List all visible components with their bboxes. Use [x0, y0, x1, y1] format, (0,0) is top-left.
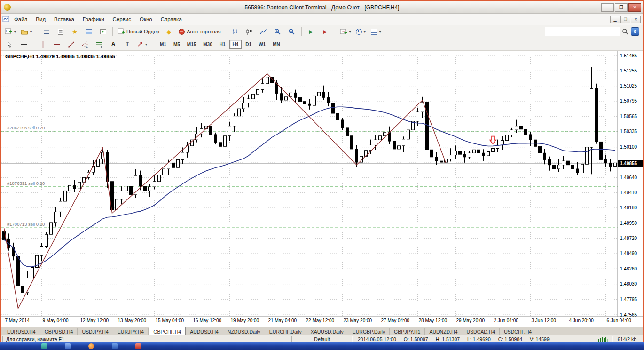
chart-tab-GBPJPY,H1[interactable]: GBPJPY,H1: [390, 328, 425, 335]
status-bar-time: 2014.06.05 12:00: [358, 336, 396, 342]
chart-tab-GBPUSD,H4[interactable]: GBPUSD,H4: [40, 328, 78, 335]
timeframe-button-D1[interactable]: D1: [242, 40, 255, 49]
new-chart-button[interactable]: ▾: [3, 26, 18, 37]
chart-tab-EURUSD,H4[interactable]: EURUSD,H4: [3, 328, 40, 335]
menu-item-Вставка[interactable]: Вставка: [50, 15, 79, 24]
bar-chart-mode-button[interactable]: [229, 26, 242, 37]
zoom-in-icon: [274, 28, 281, 35]
timeframe-button-M1[interactable]: M1: [157, 40, 170, 49]
svg-text:16 May 12:00: 16 May 12:00: [193, 318, 222, 323]
zoom-in-button[interactable]: [271, 26, 284, 37]
strategy-tester-button[interactable]: [96, 26, 110, 37]
vertical-line-tool-button[interactable]: [36, 39, 49, 50]
mdi-close-button[interactable]: ✕: [631, 16, 641, 23]
new-order-button[interactable]: Новый Ордер: [116, 26, 161, 37]
chart-area[interactable]: 7 May 20149 May 04:0012 May 12:0013 May …: [1, 51, 643, 327]
zoom-out-icon: [288, 28, 295, 35]
vertical-line-icon: [40, 41, 46, 48]
metaeditor-button[interactable]: ◆: [162, 26, 175, 37]
autotrading-button[interactable]: Авто-торговля: [176, 26, 223, 37]
templates-button[interactable]: ▾: [369, 26, 383, 37]
equidistant-channel-icon: E: [82, 41, 89, 48]
terminal-icon: [86, 28, 93, 35]
community-icon[interactable]: S: [631, 27, 639, 36]
restore-button[interactable]: ❐: [615, 3, 628, 12]
chart-tab-EURGBP,Daily[interactable]: EURGBP,Daily: [348, 328, 390, 335]
mdi-restore-button[interactable]: ❐: [620, 16, 630, 23]
menu-item-Справка[interactable]: Справка: [157, 15, 186, 24]
chart-tab-XAUUSD,Daily[interactable]: XAUUSD,Daily: [306, 328, 348, 335]
mdi-minimize-button[interactable]: ▁: [610, 16, 620, 23]
svg-text:1.50100: 1.50100: [620, 144, 637, 150]
equidistant-channel-tool-button[interactable]: E: [79, 39, 92, 50]
toolbar-separator: [33, 40, 33, 48]
chart-tab-EURCHF,Daily[interactable]: EURCHF,Daily: [265, 328, 306, 335]
data-window-button[interactable]: [54, 26, 67, 37]
taskbar-app-icon[interactable]: [112, 343, 118, 349]
cursor-tool-button[interactable]: [3, 39, 16, 50]
status-close: C: 1.50984: [498, 336, 522, 342]
close-button[interactable]: ✕: [628, 3, 641, 12]
navigator-button[interactable]: ★: [68, 26, 81, 37]
minimize-button[interactable]: –: [601, 3, 614, 12]
sell-arrow-icon[interactable]: [490, 136, 496, 144]
menu-item-Файл[interactable]: Файл: [10, 15, 31, 24]
menu-item-Окно[interactable]: Окно: [135, 15, 157, 24]
zigzag-line[interactable]: [4, 74, 446, 309]
status-profile[interactable]: Default: [291, 336, 353, 342]
menu-item-Сервис[interactable]: Сервис: [109, 15, 135, 24]
terminal-button[interactable]: [82, 26, 95, 37]
toolbar-separator: [335, 27, 335, 36]
candlestick-mode-button[interactable]: [243, 26, 256, 37]
menu-bar: ФайлВидВставкаГрафикиСервисОкноСправка ▁…: [1, 14, 643, 25]
svg-text:3 Jun 12:00: 3 Jun 12:00: [532, 318, 557, 323]
chart-tab-EURJPY,H4[interactable]: EURJPY,H4: [113, 328, 149, 335]
dropdown-arrow-icon: ▾: [145, 42, 147, 47]
auto-scroll-button[interactable]: ▶: [305, 26, 318, 37]
candlestick-mode-icon: [246, 28, 253, 35]
crosshair-tool-button[interactable]: [17, 39, 30, 50]
timeframe-button-M5[interactable]: M5: [170, 40, 183, 49]
svg-text:1.49640: 1.49640: [620, 175, 637, 180]
taskbar-app-icon[interactable]: [88, 343, 94, 349]
menu-item-Графики[interactable]: Графики: [79, 15, 109, 24]
trendline-tool-button[interactable]: [64, 39, 78, 50]
arrows-tool-button[interactable]: ▾: [135, 39, 149, 50]
zoom-out-button[interactable]: [285, 26, 298, 37]
timeframe-button-W1[interactable]: W1: [255, 40, 269, 49]
line-chart-mode-button[interactable]: [257, 26, 270, 37]
search-input[interactable]: [545, 27, 620, 36]
taskbar-app-icon[interactable]: [41, 343, 47, 349]
market-watch-button[interactable]: [40, 26, 53, 37]
chart-tab-NZDUSD,Daily[interactable]: NZDUSD,Daily: [223, 328, 265, 335]
chart-shift-button[interactable]: ▶: [319, 26, 332, 37]
taskbar-app-icon[interactable]: [135, 343, 141, 349]
svg-text:7 May 2014: 7 May 2014: [5, 318, 30, 323]
timeframe-button-M15[interactable]: M15: [184, 40, 199, 49]
chart-shift-icon: ▶: [323, 29, 327, 35]
timeframe-button-M30[interactable]: M30: [200, 40, 215, 49]
chart-tab-USDJPY,H4[interactable]: USDJPY,H4: [78, 328, 113, 335]
menu-item-Вид[interactable]: Вид: [31, 15, 50, 24]
crosshair-icon: [20, 41, 27, 48]
chart-tab-AUDUSD,H4[interactable]: AUDUSD,H4: [186, 328, 223, 335]
chart-canvas[interactable]: 7 May 20149 May 04:0012 May 12:0013 May …: [1, 51, 643, 327]
timeframe-button-H1[interactable]: H1: [216, 40, 229, 49]
chart-tab-AUDNZD,H4[interactable]: AUDNZD,H4: [425, 328, 462, 335]
svg-text:4 Jun 20:00: 4 Jun 20:00: [569, 318, 594, 323]
text-tool-button[interactable]: A: [107, 39, 120, 50]
horizontal-line-tool-button[interactable]: [50, 39, 63, 50]
periods-button[interactable]: ▾: [354, 26, 368, 37]
profiles-button[interactable]: ▾: [19, 26, 34, 37]
timeframe-button-H4[interactable]: H4: [229, 40, 242, 49]
profiles-icon: [21, 28, 28, 35]
indicators-button[interactable]: ▾: [338, 26, 353, 37]
fibonacci-tool-button[interactable]: F: [93, 39, 106, 50]
chart-tab-USDCHF,H4[interactable]: USDCHF,H4: [500, 328, 536, 335]
chart-tab-USDCAD,H4[interactable]: USDCAD,H4: [462, 328, 500, 335]
search-icon[interactable]: [622, 28, 629, 35]
chart-tab-GBPCHF,H4[interactable]: GBPCHF,H4: [149, 327, 186, 335]
taskbar-app-icon[interactable]: [65, 343, 71, 349]
label-tool-button[interactable]: T: [121, 39, 134, 50]
timeframe-button-MN[interactable]: MN: [269, 40, 283, 49]
